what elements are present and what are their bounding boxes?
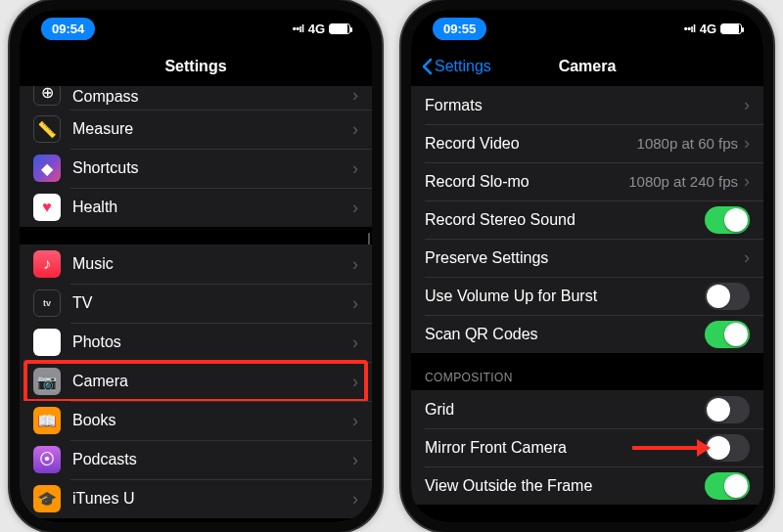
- books-icon: 📖: [33, 407, 61, 434]
- settings-row-record-stereo-sound[interactable]: Record Stereo Sound: [411, 200, 763, 239]
- chevron-right-icon: ›: [352, 372, 358, 392]
- itunesu-icon: 🎓: [33, 485, 61, 512]
- page-title: Settings: [164, 58, 226, 75]
- toggle-switch[interactable]: [705, 434, 750, 462]
- settings-row-grid[interactable]: Grid: [411, 390, 763, 428]
- settings-row-use-volume-up-for-burst[interactable]: Use Volume Up for Burst: [411, 277, 763, 315]
- section-header: COMPOSITION: [411, 353, 763, 390]
- chevron-right-icon: ›: [744, 171, 750, 192]
- settings-row-record-slo-mo[interactable]: Record Slo-mo1080p at 240 fps›: [411, 162, 763, 200]
- shortcuts-icon: ◆: [33, 155, 61, 182]
- battery-icon: [329, 23, 350, 34]
- settings-row-measure[interactable]: 📏Measure›: [20, 110, 372, 149]
- chevron-right-icon: ›: [352, 86, 358, 106]
- row-value: 1080p at 240 fps: [628, 173, 738, 190]
- settings-row-camera[interactable]: 📷Camera›: [20, 362, 372, 401]
- row-label: Books: [72, 412, 352, 429]
- notch: [504, 10, 670, 37]
- page-title: Camera: [559, 58, 617, 75]
- row-label: Preserve Settings: [425, 249, 744, 267]
- row-label: Shortcuts: [72, 159, 352, 177]
- row-label: Scan QR Codes: [425, 326, 705, 343]
- settings-row-view-outside-the-frame[interactable]: View Outside the Frame: [411, 466, 763, 505]
- settings-row-compass[interactable]: ⊕Compass›: [20, 86, 372, 110]
- camera-settings-list[interactable]: Formats›Record Video1080p at 60 fps›Reco…: [411, 86, 763, 522]
- measure-icon: 📏: [33, 115, 61, 143]
- settings-row-photos[interactable]: ✿Photos›: [20, 323, 372, 362]
- row-value: 1080p at 60 fps: [637, 135, 738, 152]
- settings-row-formats[interactable]: Formats›: [411, 86, 763, 124]
- row-label: Use Volume Up for Burst: [425, 288, 705, 305]
- toggle-switch[interactable]: [705, 396, 750, 423]
- tv-icon: tv: [33, 289, 61, 317]
- row-label: Music: [72, 255, 352, 273]
- network-label: 4G: [700, 22, 716, 36]
- phone-left: 09:54 ••ıl 4G Settings ⊕Compass›📏Measure…: [10, 0, 382, 532]
- signal-icon: ••ıl: [684, 22, 696, 34]
- nav-bar: Settings Camera: [411, 47, 763, 86]
- chevron-right-icon: ›: [352, 198, 358, 218]
- chevron-right-icon: ›: [744, 247, 750, 268]
- settings-row-health[interactable]: ♥Health›: [20, 188, 372, 227]
- chevron-right-icon: ›: [744, 95, 750, 115]
- chevron-left-icon: [421, 58, 433, 75]
- notch: [113, 10, 279, 37]
- settings-row-itunes-u[interactable]: 🎓iTunes U›: [20, 479, 372, 518]
- toggle-switch[interactable]: [705, 321, 750, 348]
- row-label: Mirror Front Camera: [425, 439, 705, 457]
- chevron-right-icon: ›: [352, 332, 358, 353]
- settings-row-podcasts[interactable]: ⦿Podcasts›: [20, 440, 372, 479]
- chevron-right-icon: ›: [352, 293, 358, 314]
- row-label: Health: [72, 199, 352, 216]
- battery-icon: [720, 23, 742, 34]
- settings-row-music[interactable]: ♪Music›: [20, 244, 372, 284]
- photos-icon: ✿: [33, 329, 61, 356]
- music-icon: ♪: [33, 250, 61, 278]
- row-label: TV: [72, 294, 352, 312]
- nav-bar: Settings: [20, 47, 372, 86]
- row-label: Camera: [72, 373, 352, 390]
- network-label: 4G: [308, 22, 325, 36]
- settings-row-books[interactable]: 📖Books›: [20, 401, 372, 440]
- row-label: Record Stereo Sound: [425, 211, 705, 229]
- row-label: Record Video: [425, 135, 637, 153]
- status-time: 09:55: [433, 18, 486, 40]
- chevron-right-icon: ›: [352, 450, 358, 470]
- compass-icon: ⊕: [33, 86, 61, 106]
- row-label: Formats: [425, 97, 744, 114]
- chevron-right-icon: ›: [352, 489, 358, 510]
- settings-list[interactable]: ⊕Compass›📏Measure›◆Shortcuts›♥Health›♪Mu…: [20, 86, 372, 522]
- chevron-right-icon: ›: [352, 158, 358, 179]
- toggle-switch[interactable]: [705, 206, 750, 234]
- chevron-right-icon: ›: [352, 254, 358, 275]
- row-label: Podcasts: [72, 451, 352, 468]
- podcasts-icon: ⦿: [33, 446, 61, 473]
- chevron-right-icon: ›: [744, 133, 750, 154]
- settings-row-scan-qr-codes[interactable]: Scan QR Codes: [411, 315, 763, 353]
- signal-icon: ••ıl: [293, 22, 304, 34]
- row-label: Grid: [425, 401, 705, 419]
- health-icon: ♥: [33, 194, 61, 221]
- row-label: Measure: [72, 120, 352, 138]
- chevron-right-icon: ›: [352, 119, 358, 140]
- row-label: Record Slo-mo: [425, 173, 628, 191]
- back-button[interactable]: Settings: [421, 58, 491, 75]
- toggle-switch[interactable]: [705, 472, 750, 500]
- camera-icon: 📷: [33, 368, 61, 395]
- settings-row-mirror-front-camera[interactable]: Mirror Front Camera: [411, 428, 763, 466]
- settings-row-shortcuts[interactable]: ◆Shortcuts›: [20, 149, 372, 188]
- back-label: Settings: [435, 58, 491, 75]
- settings-row-tv[interactable]: tvTV›: [20, 284, 372, 323]
- settings-row-preserve-settings[interactable]: Preserve Settings›: [411, 239, 763, 277]
- row-label: View Outside the Frame: [425, 477, 705, 495]
- row-label: Photos: [72, 333, 352, 351]
- phone-right: 09:55 ••ıl 4G Settings Camera Formats›Re…: [401, 0, 773, 532]
- row-label: Compass: [72, 88, 352, 106]
- chevron-right-icon: ›: [352, 411, 358, 431]
- toggle-switch[interactable]: [705, 283, 750, 310]
- row-label: iTunes U: [72, 490, 352, 508]
- status-time: 09:54: [41, 18, 95, 40]
- settings-row-record-video[interactable]: Record Video1080p at 60 fps›: [411, 124, 763, 162]
